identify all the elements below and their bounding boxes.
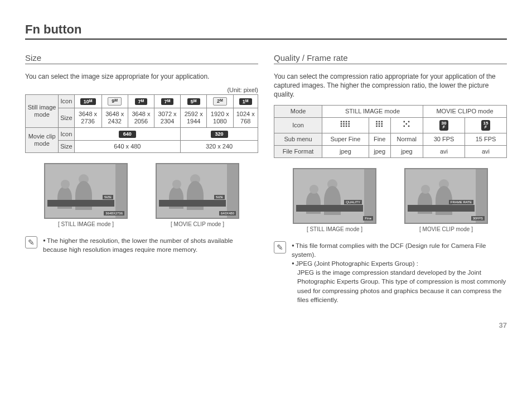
q-icon-fine: ▪▪▪▪▪▪▪▪▪ <box>369 117 390 133</box>
q-format-2: jpeg <box>390 145 423 157</box>
q-submenu-2: Normal <box>390 133 423 145</box>
preview-movie-caption: [ MOVIE CLIP mode ] <box>156 221 239 227</box>
size-heading: Size <box>25 53 258 64</box>
still-icon-5: 2M <box>207 95 233 108</box>
row-icon-label: Icon <box>59 95 74 108</box>
screen-value-still: 3648X2736 <box>104 211 124 216</box>
quality-table: Mode STILL IMAGE mode MOVIE CLIPO mode I… <box>274 105 507 159</box>
q-format-label: File Format <box>274 145 322 157</box>
q-screen-still: QUALITY Fine <box>293 168 376 224</box>
q-format-4: avi <box>465 145 506 157</box>
still-icon-3: 7M <box>154 95 181 108</box>
still-size-2: 3648 x 2056 <box>128 108 154 127</box>
still-size-4: 2592 x 1944 <box>181 108 207 127</box>
quality-note: ✎ This file format complies with the DCF… <box>274 241 507 304</box>
q-submenu-0: Super Fine <box>322 133 369 145</box>
still-size-1: 3648 x 2432 <box>101 108 128 127</box>
quality-previews: QUALITY Fine [ STILL IMAGE mode ] FRAME … <box>274 168 507 232</box>
still-size-5: 1920 x 1080 <box>207 108 233 127</box>
still-size-6: 1024 x 768 <box>233 108 258 127</box>
q-format-0: jpeg <box>322 145 369 157</box>
still-icon-0: 10M <box>74 95 101 108</box>
content-columns: Size You can select the image size appro… <box>25 53 507 304</box>
size-previews: SIZE 3648X2736 [ STILL IMAGE mode ] SIZE… <box>25 163 258 227</box>
screen-movie: SIZE 640X480 <box>156 163 239 219</box>
q-preview-movie: FRAME RATE 30FPS [ MOVIE CLIP mode ] <box>404 168 488 232</box>
still-mode-label: Still image mode <box>26 95 59 128</box>
movie-mode-label: Movie clip mode <box>26 128 59 153</box>
quality-heading: Quality / Frame rate <box>274 53 507 64</box>
size-note-text: The higher the resolution, the lower the… <box>43 236 258 254</box>
preview-still-caption: [ STILL IMAGE mode ] <box>44 221 128 227</box>
row-size-label: Size <box>59 108 74 127</box>
note-icon-2: ✎ <box>274 241 286 253</box>
still-icon-1: 9M <box>101 95 128 108</box>
q-screen-movie: FRAME RATE 30FPS <box>404 168 488 224</box>
movie-size-1: 320 x 240 <box>181 141 258 153</box>
quality-intro: You can select the compression ratio app… <box>274 72 507 99</box>
q-screen-label-quality: QUALITY <box>344 200 362 204</box>
preview-movie: SIZE 640X480 [ MOVIE CLIP mode ] <box>156 163 239 227</box>
q-still-label: STILL IMAGE mode <box>322 105 423 117</box>
note-icon: ✎ <box>25 236 37 248</box>
movie-size-0: 640 x 480 <box>74 141 181 153</box>
q-preview-movie-caption: [ MOVIE CLIP mode ] <box>404 226 488 232</box>
movie-icon-1: 320 <box>181 128 258 141</box>
screen-value-movie: 640X480 <box>219 211 236 216</box>
q-movie-label: MOVIE CLIPO mode <box>423 105 507 117</box>
q-screen-label-rate: FRAME RATE <box>449 200 473 204</box>
q-mode-label: Mode <box>274 105 322 117</box>
page-number: 37 <box>25 321 507 329</box>
screen-label-size-2: SIZE <box>214 195 225 199</box>
screen-still: SIZE 3648X2736 <box>44 163 128 219</box>
still-icon-2: 7M <box>128 95 154 108</box>
movie-icon-0: 640 <box>74 128 181 141</box>
section-quality: Quality / Frame rate You can select the … <box>274 53 507 304</box>
still-size-3: 3072 x 2304 <box>154 108 181 127</box>
q-icon-label: Icon <box>274 117 322 133</box>
still-size-0: 3648 x 2736 <box>74 108 101 127</box>
q-format-3: avi <box>423 145 465 157</box>
q-submenu-3: 30 FPS <box>423 133 465 145</box>
still-icon-4: 5M <box>181 95 207 108</box>
preview-still: SIZE 3648X2736 [ STILL IMAGE mode ] <box>44 163 128 227</box>
q-icon-superfine: ▪▪▪▪▪▪▪▪▪▪▪▪ <box>322 117 369 133</box>
q-screen-value-rate: 30FPS <box>471 216 485 221</box>
row-size-label-2: Size <box>59 141 74 153</box>
q-preview-still-caption: [ STILL IMAGE mode ] <box>293 226 376 232</box>
section-size: Size You can select the image size appro… <box>25 53 258 304</box>
q-format-1: jpeg <box>369 145 390 157</box>
q-icon-15fps: 15F <box>465 117 506 133</box>
q-icon-30fps: 30F <box>423 117 465 133</box>
q-submenu-label: Sub menu <box>274 133 322 145</box>
q-preview-still: QUALITY Fine [ STILL IMAGE mode ] <box>293 168 376 232</box>
size-intro: You can select the image size appropriat… <box>25 72 258 81</box>
q-submenu-1: Fine <box>369 133 390 145</box>
still-icon-6: 1M <box>233 95 258 108</box>
screen-label-size: SIZE <box>103 195 113 199</box>
q-submenu-4: 15 FPS <box>465 133 506 145</box>
page-title: Fn button <box>25 22 507 40</box>
q-note-b-head: JPEG (Joint Photographic Experts Group) … <box>292 259 507 304</box>
row-icon-label-2: Icon <box>59 128 74 141</box>
size-table: Still image mode Icon 10M 9M 7M 7M 5M 2M… <box>25 94 258 153</box>
q-screen-value-quality: Fine <box>363 216 373 221</box>
q-note-a: This file format complies with the DCF (… <box>292 241 507 259</box>
size-unit: (Unit: pixel) <box>25 87 258 93</box>
q-icon-normal: ▪ ▪ ▪ ▪ ▪ <box>390 117 423 133</box>
q-note-b-body: JPEG is the image compression standard d… <box>297 268 507 304</box>
size-note: ✎ The higher the resolution, the lower t… <box>25 236 258 254</box>
